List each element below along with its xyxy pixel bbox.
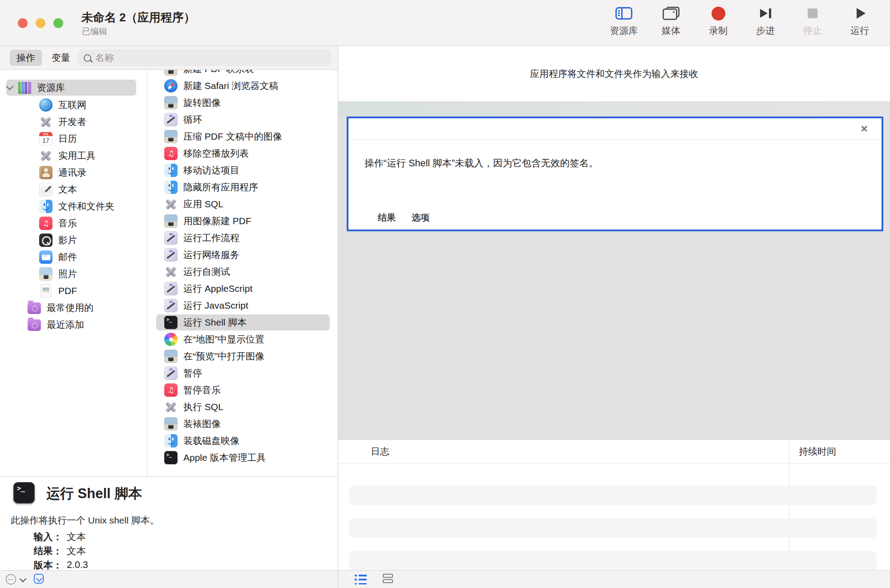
sidebar-item-library-root[interactable]: 资源库 <box>0 79 146 96</box>
log-empty-row <box>349 485 877 505</box>
step-button[interactable]: 步进 <box>748 5 782 37</box>
sidebar-item-2[interactable]: JUL17日历 <box>0 130 146 147</box>
action-item[interactable]: 旋转图像 <box>147 94 338 111</box>
search-input[interactable]: 名称 <box>78 50 331 66</box>
log-empty-row <box>349 518 877 538</box>
stop-icon <box>808 8 817 18</box>
action-item[interactable]: 装裱图像 <box>147 415 338 432</box>
terminal-icon <box>13 482 35 503</box>
preview-icon <box>164 130 178 143</box>
zoom-window-button[interactable] <box>53 18 63 28</box>
preview-icon <box>164 214 178 228</box>
sidebar-item-3[interactable]: 实用工具 <box>0 147 146 164</box>
options-link[interactable]: 选项 <box>412 212 429 224</box>
action-item[interactable]: 用图像新建 PDF <box>147 213 338 230</box>
action-item-selected[interactable]: 运行 Shell 脚本 <box>147 314 338 331</box>
sidebar-item-7[interactable]: 音乐 <box>0 215 146 232</box>
preview-icon <box>164 350 178 363</box>
item-label: Apple 版本管理工具 <box>183 451 266 464</box>
log-compact-view-icon[interactable] <box>383 574 393 584</box>
description-toggle-icon[interactable] <box>34 574 44 584</box>
automator-window: 未命名 2（应用程序） 已编辑 资源库 媒体 录制 步进 停止 <box>0 0 890 588</box>
run-shell-script-action-block[interactable]: × 操作“运行 Shell 脚本”未载入，因为它包含无效的签名。 结果 选项 <box>347 117 883 231</box>
sidebar-smart-folder-0[interactable]: 最常使用的 <box>0 299 146 316</box>
sidebar-smart-folder-1[interactable]: 最近添加 <box>0 316 146 333</box>
toolbar: 资源库 媒体 录制 步进 停止 运行 <box>607 5 877 37</box>
sidebar-item-11[interactable]: PDF <box>0 282 146 299</box>
action-item[interactable]: 装载磁盘映像 <box>147 432 338 449</box>
item-label: 影片 <box>58 234 77 246</box>
item-label: 开发者 <box>58 116 86 128</box>
action-item[interactable]: 新建 Safari 浏览器文稿 <box>147 77 338 94</box>
sidebar-item-1[interactable]: 开发者 <box>0 113 146 130</box>
field-value: 2.0.3 <box>67 560 88 571</box>
main-split-divider[interactable] <box>338 46 338 588</box>
action-item[interactable]: 执行 SQL <box>147 399 338 415</box>
action-item[interactable]: 暂停 <box>147 365 338 382</box>
item-label: 文本 <box>58 183 77 196</box>
item-label: 新建 Safari 浏览器文稿 <box>183 80 279 92</box>
sidebar-item-9[interactable]: 邮件 <box>0 249 146 266</box>
action-item[interactable]: 移除空播放列表 <box>147 145 338 162</box>
minimize-window-button[interactable] <box>36 18 45 28</box>
action-item[interactable]: 隐藏所有应用程序 <box>147 179 338 196</box>
close-icon[interactable]: × <box>858 123 870 134</box>
item-label: 运行 AppleScript <box>183 282 252 295</box>
action-item[interactable]: Apple 版本管理工具 <box>147 449 338 466</box>
log-column-title[interactable]: 日志 <box>371 440 389 463</box>
item-label: 最常使用的 <box>47 302 93 314</box>
action-error-message: 操作“运行 Shell 脚本”未载入，因为它包含无效的签名。 <box>364 157 599 169</box>
library-books-icon <box>18 82 31 94</box>
close-window-button[interactable] <box>18 18 28 28</box>
action-item[interactable]: 运行 JavaScript <box>147 297 338 314</box>
library-toggle-button[interactable]: 资源库 <box>607 5 641 37</box>
record-button[interactable]: 录制 <box>701 5 735 37</box>
sidebar-item-0[interactable]: 互联网 <box>0 97 146 113</box>
item-label: 装裱图像 <box>183 418 221 430</box>
action-item[interactable]: 移动访达项目 <box>147 162 338 179</box>
item-label: 互联网 <box>58 99 86 111</box>
automator-icon <box>164 113 178 126</box>
action-item[interactable]: 在“地图”中显示位置 <box>147 331 338 348</box>
chevron-down-icon[interactable] <box>20 576 27 583</box>
mail-icon <box>39 250 53 264</box>
sidebar-icon <box>615 7 632 20</box>
duration-column-title[interactable]: 持续时间 <box>799 440 836 463</box>
action-item[interactable]: 应用 SQL <box>147 196 338 213</box>
item-label: 邮件 <box>58 251 77 263</box>
item-label: 运行自测试 <box>183 266 230 278</box>
action-item[interactable]: 运行 AppleScript <box>147 280 338 297</box>
item-label: 用图像新建 PDF <box>183 215 251 227</box>
action-item[interactable]: 压缩 PDF 文稿中的图像 <box>147 128 338 145</box>
action-description-text: 此操作将执行一个 Unix shell 脚本。 <box>11 514 159 527</box>
log-list-view-icon[interactable] <box>355 575 367 584</box>
automator-icon <box>164 366 178 380</box>
media-button[interactable]: 媒体 <box>654 5 688 37</box>
action-block-header[interactable] <box>348 118 882 140</box>
more-options-icon[interactable]: ⋯ <box>6 574 16 584</box>
run-button[interactable]: 运行 <box>843 5 877 37</box>
action-item[interactable]: 运行工作流程 <box>147 230 338 246</box>
sidebar-item-5[interactable]: 文本 <box>0 181 146 198</box>
sidebar-item-10[interactable]: 照片 <box>0 266 146 282</box>
library-tree-panel: 资源库互联网开发者JUL17日历实用工具通讯录文本文件和文件夹音乐影片邮件照片P… <box>0 70 146 476</box>
action-item[interactable]: 新建 PDF 联系表 <box>147 70 338 77</box>
item-label: 装载磁盘映像 <box>183 435 239 447</box>
field-label: 输入： <box>11 530 62 543</box>
action-item[interactable]: 运行网络服务 <box>147 246 338 263</box>
action-item[interactable]: 暂停音乐 <box>147 382 338 399</box>
sidebar-item-8[interactable]: 影片 <box>0 232 146 249</box>
sidebar-item-6[interactable]: 文件和文件夹 <box>0 198 146 215</box>
music-icon <box>164 147 178 160</box>
sidebar-item-4[interactable]: 通讯录 <box>0 164 146 181</box>
action-item[interactable]: 循环 <box>147 111 338 128</box>
item-label: 执行 SQL <box>183 401 223 413</box>
action-item[interactable]: 在“预览”中打开图像 <box>147 348 338 365</box>
tab-variables[interactable]: 变量 <box>45 50 77 66</box>
run-icon <box>857 8 866 19</box>
item-label: 旋转图像 <box>183 97 221 109</box>
item-label: 新建 PDF 联系表 <box>183 70 254 75</box>
action-item[interactable]: 运行自测试 <box>147 263 338 280</box>
results-link[interactable]: 结果 <box>378 212 396 224</box>
tab-actions[interactable]: 操作 <box>10 50 42 66</box>
